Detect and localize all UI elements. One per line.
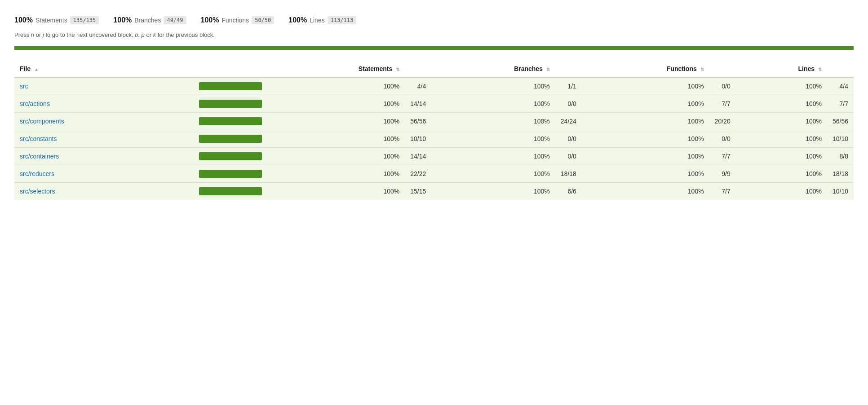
progress-bar bbox=[199, 100, 262, 108]
fn-frac-cell: 0/0 bbox=[709, 77, 736, 95]
br-frac-cell: 0/0 bbox=[555, 130, 582, 148]
line-frac-cell: 18/18 bbox=[827, 165, 854, 183]
col-fn-frac bbox=[709, 61, 736, 77]
summary-badge: 113/113 bbox=[328, 16, 357, 24]
line-frac-cell: 10/10 bbox=[827, 183, 854, 200]
file-name-cell[interactable]: src/reducers bbox=[14, 165, 194, 183]
file-name-cell[interactable]: src/constants bbox=[14, 130, 194, 148]
green-divider bbox=[14, 46, 854, 50]
sort-icon-lines: ⇅ bbox=[818, 67, 822, 72]
table-row: src/selectors 100% 15/15 100% 6/6 100% 7… bbox=[14, 183, 854, 200]
col-branches[interactable]: Branches ⇅ bbox=[431, 61, 555, 77]
col-line-frac bbox=[827, 61, 854, 77]
line-frac-cell: 56/56 bbox=[827, 113, 854, 130]
table-row: src/reducers 100% 22/22 100% 18/18 100% … bbox=[14, 165, 854, 183]
summary-pct: 100% bbox=[201, 16, 219, 24]
stmt-frac-cell: 22/22 bbox=[405, 165, 431, 183]
fn-pct-cell: 100% bbox=[582, 148, 709, 165]
stmt-pct-cell: 100% bbox=[267, 130, 405, 148]
table-row: src/containers 100% 14/14 100% 0/0 100% … bbox=[14, 148, 854, 165]
file-link[interactable]: src/actions bbox=[20, 100, 50, 107]
sort-icon-fn: ⇅ bbox=[700, 67, 704, 72]
file-name-cell[interactable]: src/selectors bbox=[14, 183, 194, 200]
stmt-pct-cell: 100% bbox=[267, 113, 405, 130]
fn-pct-cell: 100% bbox=[582, 77, 709, 95]
file-link[interactable]: src/components bbox=[20, 118, 64, 125]
coverage-table: File ▲ Statements ⇅ Branches ⇅ Functions… bbox=[14, 61, 854, 200]
fn-frac-cell: 9/9 bbox=[709, 165, 736, 183]
file-name-cell[interactable]: src/actions bbox=[14, 95, 194, 113]
fn-frac-cell: 0/0 bbox=[709, 130, 736, 148]
fn-frac-cell: 7/7 bbox=[709, 148, 736, 165]
sort-icon-stmt: ⇅ bbox=[396, 67, 399, 72]
fn-pct-cell: 100% bbox=[582, 130, 709, 148]
progress-bar bbox=[199, 135, 262, 143]
progress-bar-fill bbox=[199, 82, 262, 90]
stmt-pct-cell: 100% bbox=[267, 165, 405, 183]
file-name-cell[interactable]: src/components bbox=[14, 113, 194, 130]
fn-frac-cell: 20/20 bbox=[709, 113, 736, 130]
summary-item-functions: 100% Functions 50/50 bbox=[201, 16, 275, 24]
br-pct-cell: 100% bbox=[431, 95, 555, 113]
file-name-cell[interactable]: src bbox=[14, 77, 194, 95]
progress-bar bbox=[199, 152, 262, 160]
summary-pct: 100% bbox=[14, 16, 33, 24]
summary-badge: 49/49 bbox=[164, 16, 186, 24]
stmt-frac-cell: 10/10 bbox=[405, 130, 431, 148]
table-row: src/constants 100% 10/10 100% 0/0 100% 0… bbox=[14, 130, 854, 148]
file-link[interactable]: src/containers bbox=[20, 153, 59, 160]
summary-item-branches: 100% Branches 49/49 bbox=[113, 16, 186, 24]
stmt-frac-cell: 14/14 bbox=[405, 148, 431, 165]
progress-bar bbox=[199, 117, 262, 125]
fn-frac-cell: 7/7 bbox=[709, 95, 736, 113]
table-row: src 100% 4/4 100% 1/1 100% 0/0 100% 4/4 bbox=[14, 77, 854, 95]
table-head: File ▲ Statements ⇅ Branches ⇅ Functions… bbox=[14, 61, 854, 77]
table-row: src/actions 100% 14/14 100% 0/0 100% 7/7… bbox=[14, 95, 854, 113]
line-pct-cell: 100% bbox=[736, 95, 827, 113]
file-link[interactable]: src/selectors bbox=[20, 188, 55, 195]
bar-cell bbox=[194, 183, 267, 200]
stmt-frac-cell: 15/15 bbox=[405, 183, 431, 200]
col-statements[interactable]: Statements ⇅ bbox=[267, 61, 405, 77]
col-file[interactable]: File ▲ bbox=[14, 61, 194, 77]
summary-pct: 100% bbox=[113, 16, 132, 24]
progress-bar-fill bbox=[199, 135, 262, 143]
table-header-row: File ▲ Statements ⇅ Branches ⇅ Functions… bbox=[14, 61, 854, 77]
col-br-frac bbox=[555, 61, 582, 77]
col-bar bbox=[194, 61, 267, 77]
bar-cell bbox=[194, 113, 267, 130]
progress-bar-fill bbox=[199, 117, 262, 125]
table-section: File ▲ Statements ⇅ Branches ⇅ Functions… bbox=[14, 61, 854, 200]
sort-icon-br: ⇅ bbox=[546, 67, 550, 72]
file-link[interactable]: src bbox=[20, 83, 28, 90]
page-wrapper: 100% Statements 135/135 100% Branches 49… bbox=[0, 0, 868, 211]
line-frac-cell: 8/8 bbox=[827, 148, 854, 165]
stmt-frac-cell: 14/14 bbox=[405, 95, 431, 113]
summary-pct: 100% bbox=[288, 16, 307, 24]
bar-cell bbox=[194, 77, 267, 95]
summary-label: Functions bbox=[221, 17, 249, 24]
summary-label: Lines bbox=[310, 17, 324, 24]
summary-bar: 100% Statements 135/135 100% Branches 49… bbox=[14, 16, 854, 24]
file-name-cell[interactable]: src/containers bbox=[14, 148, 194, 165]
br-pct-cell: 100% bbox=[431, 148, 555, 165]
file-link[interactable]: src/reducers bbox=[20, 170, 54, 177]
file-link[interactable]: src/constants bbox=[20, 135, 57, 142]
summary-item-statements: 100% Statements 135/135 bbox=[14, 16, 99, 24]
col-stmt-frac bbox=[405, 61, 431, 77]
fn-pct-cell: 100% bbox=[582, 113, 709, 130]
br-frac-cell: 18/18 bbox=[555, 165, 582, 183]
summary-item-lines: 100% Lines 113/113 bbox=[288, 16, 356, 24]
col-lines[interactable]: Lines ⇅ bbox=[736, 61, 827, 77]
br-pct-cell: 100% bbox=[431, 130, 555, 148]
table-row: src/components 100% 56/56 100% 24/24 100… bbox=[14, 113, 854, 130]
col-functions[interactable]: Functions ⇅ bbox=[582, 61, 709, 77]
summary-badge: 135/135 bbox=[70, 16, 99, 24]
hint-text: Press n or j to go to the next uncovered… bbox=[14, 31, 854, 38]
progress-bar-fill bbox=[199, 187, 262, 195]
fn-pct-cell: 100% bbox=[582, 165, 709, 183]
line-pct-cell: 100% bbox=[736, 113, 827, 130]
line-frac-cell: 10/10 bbox=[827, 130, 854, 148]
br-frac-cell: 0/0 bbox=[555, 95, 582, 113]
stmt-frac-cell: 4/4 bbox=[405, 77, 431, 95]
